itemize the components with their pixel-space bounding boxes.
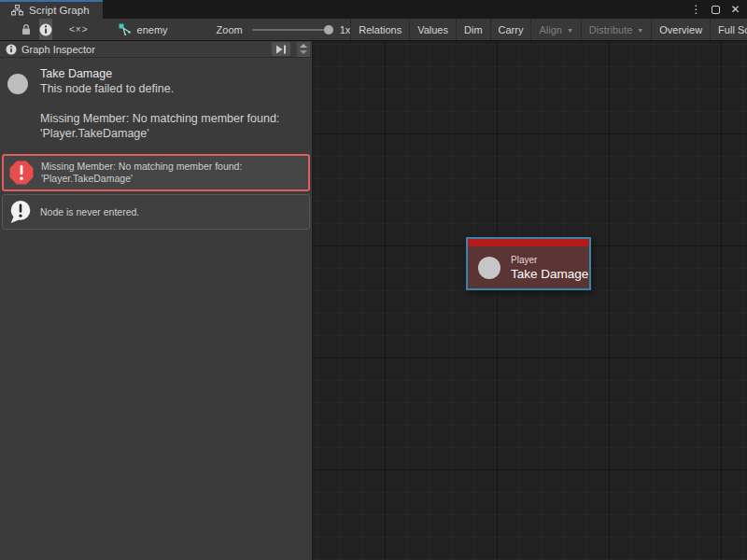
zoom-slider-handle[interactable] xyxy=(324,25,333,35)
zoom-control: Zoom 1x xyxy=(217,19,351,40)
preview-code-button[interactable]: <×> xyxy=(69,19,89,40)
dropdown-arrow-icon: ▼ xyxy=(567,27,573,34)
button-label: Distribute xyxy=(589,24,632,35)
maximize-icon xyxy=(712,6,720,14)
close-button[interactable]: ✕ xyxy=(727,2,743,18)
graph-toolbar: <×> enemy Zoom 1x Relations Values xyxy=(0,19,747,41)
code-icon: <×> xyxy=(69,24,89,35)
full-screen-button[interactable]: Full Screen xyxy=(711,19,747,40)
button-label: Carry xyxy=(499,24,524,35)
button-label: Dim xyxy=(464,24,483,35)
distribute-dropdown[interactable]: Distribute▼ xyxy=(582,19,651,40)
info-icon xyxy=(39,23,52,36)
node-status: This node failed to define. xyxy=(40,82,302,95)
panel-size-stepper[interactable] xyxy=(297,42,310,57)
dock-right-icon xyxy=(275,45,287,54)
chevron-up-icon xyxy=(300,44,307,48)
tab-label: Script Graph xyxy=(29,5,90,16)
chevron-down-icon xyxy=(300,50,307,54)
info-icon xyxy=(6,44,17,55)
warning-message-text: Node is never entered. xyxy=(40,206,139,218)
graph-inspector-panel: Graph Inspector Take Damage This xyxy=(0,41,313,560)
relations-button[interactable]: Relations xyxy=(351,19,409,40)
node-labels: Player Take Damage xyxy=(511,255,588,281)
values-button[interactable]: Values xyxy=(410,19,456,40)
warning-bubble-icon xyxy=(8,200,33,224)
node-title: Take Damage xyxy=(40,67,302,80)
window-controls: ⋮ ✕ xyxy=(688,0,743,19)
zoom-slider[interactable] xyxy=(252,29,329,31)
button-label: Overview xyxy=(659,24,702,35)
error-detail-line2: 'Player.TakeDamage' xyxy=(40,126,302,141)
error-detail-line1: Missing Member: No matching member found… xyxy=(40,111,302,126)
overview-button[interactable]: Overview xyxy=(652,19,710,40)
window-menu-button[interactable]: ⋮ xyxy=(688,2,704,18)
graph-hierarchy-icon xyxy=(11,5,23,16)
button-label: Values xyxy=(417,24,448,35)
graph-inspector-header: Graph Inspector xyxy=(0,41,312,58)
node-title-label: Take Damage xyxy=(511,267,588,281)
error-line1: Missing Member: No matching member found… xyxy=(41,161,242,173)
lock-icon xyxy=(21,23,32,35)
zoom-label: Zoom xyxy=(217,24,243,35)
maximize-button[interactable] xyxy=(708,2,724,18)
button-label: Full Screen xyxy=(718,24,747,35)
lock-button[interactable] xyxy=(21,19,32,40)
node-error-detail: Missing Member: No matching member found… xyxy=(40,111,302,141)
graph-name-label: enemy xyxy=(137,24,168,35)
tab-script-graph[interactable]: Script Graph xyxy=(0,0,103,19)
dock-panel-button[interactable] xyxy=(272,42,290,56)
toolbar-button-group: Relations Values Dim Carry Align▼ Distri… xyxy=(350,19,747,40)
error-message-text: Missing Member: No matching member found… xyxy=(41,161,242,185)
warning-message-box: Node is never entered. xyxy=(2,194,310,230)
main-area: Graph Inspector Take Damage This xyxy=(0,41,747,560)
dropdown-arrow-icon: ▼ xyxy=(637,27,643,34)
node-group-label: Player xyxy=(511,255,588,265)
error-message-box: Missing Member: No matching member found… xyxy=(2,154,310,191)
node-thumbnail-icon xyxy=(7,74,28,94)
node-overview-section: Take Damage This node failed to define. … xyxy=(0,58,312,152)
node-error-strip xyxy=(468,239,589,246)
warning-line: Node is never entered. xyxy=(40,206,139,218)
node-body: Player Take Damage xyxy=(468,246,589,288)
dim-button[interactable]: Dim xyxy=(457,19,490,40)
graph-canvas[interactable]: Player Take Damage xyxy=(313,41,747,560)
inspector-toggle-button[interactable] xyxy=(39,19,52,40)
carry-button[interactable]: Carry xyxy=(491,19,531,40)
tab-bar: Script Graph ⋮ ✕ xyxy=(0,0,747,19)
align-dropdown[interactable]: Align▼ xyxy=(531,19,580,40)
node-overview-text: Take Damage This node failed to define. … xyxy=(40,67,302,141)
inspector-title: Graph Inspector xyxy=(21,44,95,55)
kebab-menu-icon: ⋮ xyxy=(691,3,702,16)
node-icon xyxy=(478,257,500,279)
script-graph-window: Script Graph ⋮ ✕ <×> xyxy=(0,0,747,560)
button-label: Relations xyxy=(359,24,402,35)
graph-breadcrumb[interactable]: enemy xyxy=(115,19,172,40)
graph-node-icon xyxy=(119,23,132,35)
error-octagon-icon xyxy=(9,161,34,185)
button-label: Align xyxy=(539,24,561,35)
take-damage-node[interactable]: Player Take Damage xyxy=(466,237,591,290)
error-line2: 'Player.TakeDamage' xyxy=(41,173,242,185)
close-icon: ✕ xyxy=(730,3,740,16)
zoom-value: 1x xyxy=(340,24,351,35)
